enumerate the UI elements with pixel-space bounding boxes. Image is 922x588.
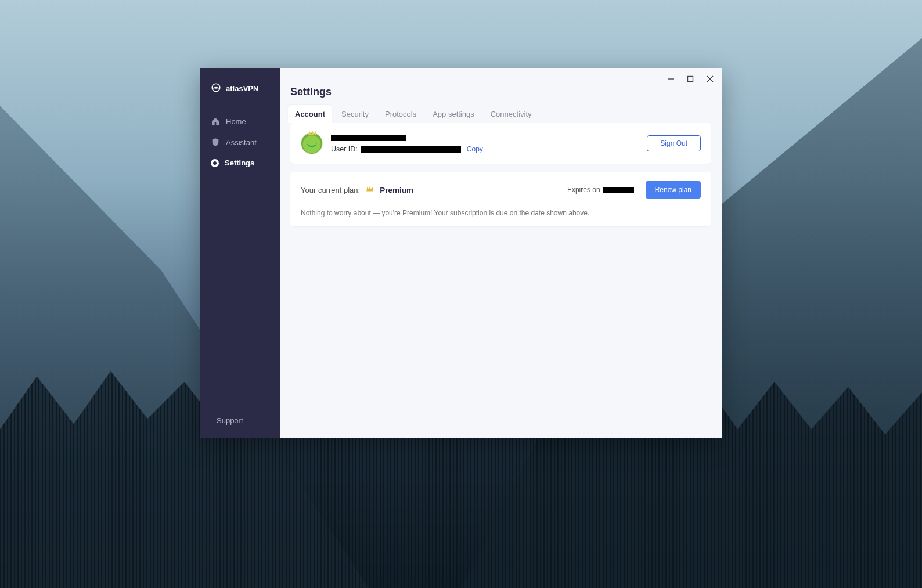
- crown-icon: [366, 185, 374, 195]
- settings-content: User ID: Copy Sign Out Your current plan…: [280, 123, 722, 438]
- shield-icon: [211, 138, 220, 147]
- sidebar-item-settings[interactable]: Settings: [200, 153, 280, 173]
- account-email: [331, 134, 639, 142]
- plan-current-label: Your current plan:: [301, 186, 360, 194]
- sidebar-item-home[interactable]: Home: [200, 111, 280, 132]
- redacted-email: [331, 135, 406, 141]
- sidebar: atlasVPN Home Assistant Settings: [200, 68, 280, 438]
- sidebar-item-label: Support: [217, 416, 243, 425]
- sign-out-button[interactable]: Sign Out: [647, 135, 701, 151]
- sidebar-item-label: Assistant: [226, 138, 257, 147]
- plan-expires: Expires on: [567, 186, 634, 194]
- account-info: User ID: Copy: [331, 134, 639, 153]
- sidebar-item-assistant[interactable]: Assistant: [200, 132, 280, 153]
- settings-tabs: Account Security Protocols App settings …: [280, 105, 722, 123]
- close-button[interactable]: [705, 74, 715, 84]
- copy-user-id-link[interactable]: Copy: [467, 145, 483, 153]
- sidebar-item-label: Settings: [225, 158, 254, 167]
- svg-rect-2: [688, 77, 693, 82]
- window-controls: [280, 68, 722, 86]
- tab-connectivity[interactable]: Connectivity: [484, 105, 539, 123]
- atlas-logo-icon: [211, 82, 221, 95]
- brand-name: atlasVPN: [226, 84, 258, 93]
- maximize-button[interactable]: [686, 74, 695, 84]
- tab-protocols[interactable]: Protocols: [378, 105, 423, 123]
- plan-top-row: Your current plan: Premium Expires on Re…: [301, 181, 701, 199]
- sidebar-nav: Home Assistant Settings: [200, 111, 280, 410]
- sidebar-item-support[interactable]: Support: [200, 410, 280, 428]
- page-title: Settings: [280, 86, 722, 105]
- minimize-button[interactable]: [666, 74, 675, 84]
- tab-account[interactable]: Account: [288, 105, 332, 123]
- brand-logo: atlasVPN: [200, 78, 280, 111]
- app-window: atlasVPN Home Assistant Settings: [200, 68, 722, 438]
- main-panel: Settings Account Security Protocols App …: [280, 68, 722, 438]
- redacted-expiry-date: [603, 187, 634, 193]
- plan-card: Your current plan: Premium Expires on Re…: [290, 172, 711, 226]
- tab-security[interactable]: Security: [334, 105, 376, 123]
- settings-icon: [211, 159, 219, 167]
- user-id-row: User ID: Copy: [331, 145, 639, 153]
- renew-plan-button[interactable]: Renew plan: [646, 181, 701, 199]
- expires-label: Expires on: [567, 186, 600, 194]
- home-icon: [211, 117, 220, 126]
- user-id-label: User ID:: [331, 145, 358, 153]
- avatar: [301, 132, 323, 154]
- tab-app-settings[interactable]: App settings: [426, 105, 481, 123]
- redacted-user-id: [361, 146, 461, 153]
- sidebar-item-label: Home: [226, 117, 246, 126]
- account-card: User ID: Copy Sign Out: [290, 123, 711, 164]
- plan-name: Premium: [380, 186, 413, 194]
- plan-description: Nothing to worry about — you're Premium!…: [301, 209, 701, 217]
